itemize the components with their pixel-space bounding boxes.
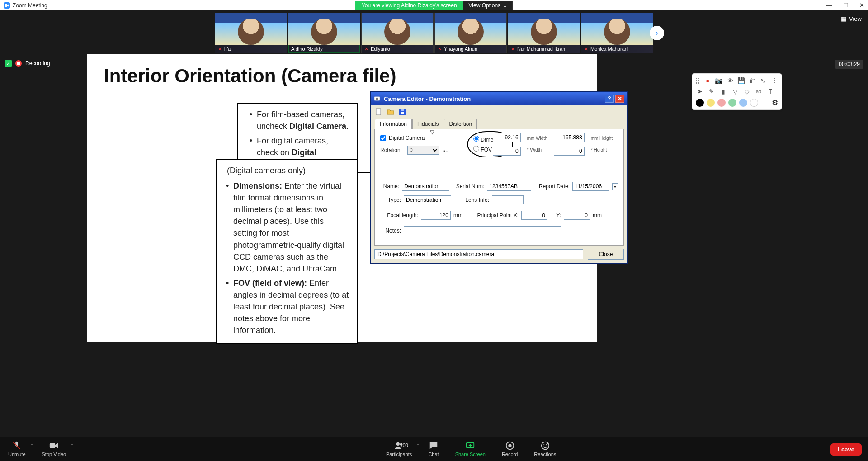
text-tool-icon[interactable]: T: [766, 87, 774, 95]
chat-button[interactable]: Chat: [420, 441, 447, 457]
width-deg-input[interactable]: [493, 147, 521, 156]
close-window-button[interactable]: ✕: [859, 2, 864, 9]
drag-handle-icon[interactable]: [696, 78, 699, 84]
highlighter-icon[interactable]: ▮: [719, 87, 727, 95]
annotation-settings-icon[interactable]: ⚙: [772, 98, 778, 107]
open-file-icon[interactable]: [387, 108, 395, 116]
participant-name: Monica Maharani: [590, 46, 628, 52]
type-input[interactable]: [404, 195, 451, 204]
record-dot-icon[interactable]: ●: [704, 76, 711, 85]
report-date-input[interactable]: [572, 182, 609, 191]
ppy-label: Y:: [550, 212, 561, 219]
trash-icon[interactable]: 🗑: [749, 76, 756, 85]
ppx-label: Principal Point X:: [465, 212, 519, 219]
more-menu-icon[interactable]: ⋮: [771, 76, 778, 85]
maximize-button[interactable]: ☐: [843, 2, 849, 9]
muted-mic-icon: ✕: [364, 46, 368, 52]
new-file-icon[interactable]: [375, 108, 383, 116]
participant-name: Ediyanto .: [371, 46, 393, 52]
digital-camera-checkbox[interactable]: [380, 135, 386, 141]
camera-editor-dialog: Camera Editor - Demonstration ? ✕ Inform…: [370, 91, 628, 264]
dialog-close-button[interactable]: ✕: [615, 95, 624, 103]
chat-label: Chat: [428, 451, 439, 457]
participant-thumbnail[interactable]: ✕ Yhayang Ainun: [434, 13, 507, 53]
participants-options-chevron[interactable]: ˄: [417, 443, 419, 448]
svg-rect-5: [401, 112, 404, 114]
unit-deg-height: ° Height: [591, 148, 607, 153]
participant-thumbnail[interactable]: ✕ Ediyanto .: [361, 13, 434, 53]
reactions-label: Reactions: [534, 451, 556, 457]
color-swatch[interactable]: [707, 99, 715, 107]
view-options-dropdown[interactable]: View Options ⌄: [463, 1, 513, 10]
height-mm-input[interactable]: [554, 133, 585, 142]
notes-input[interactable]: [404, 226, 561, 235]
save-file-icon[interactable]: [398, 108, 406, 116]
color-swatch[interactable]: [750, 99, 758, 107]
participant-name: ilfa: [224, 46, 231, 52]
focal-unit: mm: [453, 212, 462, 219]
serial-input[interactable]: [487, 182, 531, 191]
pen-tool-icon[interactable]: ✎: [708, 87, 716, 95]
rotation-select[interactable]: 0: [407, 146, 439, 155]
color-swatch[interactable]: [739, 99, 747, 107]
name-input[interactable]: [402, 182, 449, 191]
dialog-body: ▽ Digital Camera Rotation: 0 ↳ₓ Dimensio…: [374, 129, 624, 246]
color-swatch[interactable]: [696, 99, 704, 107]
stop-video-button[interactable]: Stop Video ˄: [34, 441, 75, 457]
microphone-muted-icon: [12, 441, 22, 451]
next-participants-button[interactable]: ›: [650, 26, 664, 40]
recording-indicator: ✓ Recording: [5, 60, 50, 67]
reactions-button[interactable]: Reactions: [526, 441, 564, 457]
color-swatch[interactable]: [728, 99, 736, 107]
eraser-tool-icon[interactable]: ◇: [743, 87, 751, 95]
audio-options-chevron[interactable]: ˄: [31, 443, 33, 448]
save-icon[interactable]: 💾: [737, 76, 745, 85]
close-button[interactable]: Close: [588, 249, 624, 260]
ppy-input[interactable]: [564, 211, 590, 220]
unmute-button[interactable]: Unmute ˄: [0, 441, 34, 457]
color-swatch[interactable]: [717, 99, 726, 107]
rotation-label: Rotation:: [380, 147, 405, 153]
date-picker-icon[interactable]: ▾: [612, 183, 618, 190]
share-screen-button[interactable]: Share Screen: [447, 441, 494, 457]
lens-input[interactable]: [492, 195, 524, 204]
name-label: Name:: [380, 183, 399, 190]
camera-snapshot-icon[interactable]: 📷: [715, 76, 722, 85]
participant-name: Yhayang Ainun: [444, 46, 477, 52]
participant-thumbnail[interactable]: Aldino Rizaldy: [288, 13, 360, 53]
reactions-icon: [540, 441, 550, 451]
participant-thumbnail[interactable]: ✕ Nur Muhammad Ikram: [508, 13, 580, 53]
participant-name: Nur Muhammad Ikram: [517, 46, 566, 52]
pointer-tool-icon[interactable]: ➤: [696, 87, 704, 95]
minimize-button[interactable]: —: [826, 2, 832, 9]
participants-button[interactable]: 100 Participants ˄: [378, 441, 420, 457]
height-deg-input[interactable]: [554, 147, 585, 156]
annotation-toolbar[interactable]: ● 📷 👁 💾 🗑 ⤡ ⋮ ➤ ✎ ▮ ▽ ◇ ab T ⚙: [692, 73, 782, 110]
collapse-icon[interactable]: ⤡: [760, 76, 767, 85]
stop-recording-button[interactable]: [15, 60, 22, 67]
chat-icon: [429, 441, 439, 451]
record-button[interactable]: Record: [494, 441, 526, 457]
share-screen-icon: [465, 441, 475, 451]
stamp-tool-icon[interactable]: ▽: [731, 87, 739, 95]
tab-information[interactable]: Information: [375, 119, 412, 129]
svg-point-8: [396, 442, 399, 446]
svg-point-2: [376, 98, 378, 100]
video-options-chevron[interactable]: ˄: [71, 443, 73, 448]
dialog-help-button[interactable]: ?: [605, 95, 614, 103]
ppx-input[interactable]: [521, 211, 547, 220]
leave-meeting-button[interactable]: Leave: [830, 443, 862, 456]
tab-distortion[interactable]: Distortion: [444, 119, 477, 129]
participant-thumbnail[interactable]: ✕ ilfa: [215, 13, 287, 53]
rotation-axis-icon[interactable]: ↳ₓ: [442, 147, 448, 153]
type-label: Type:: [380, 197, 401, 203]
eye-icon[interactable]: 👁: [726, 76, 733, 85]
text-label-icon[interactable]: ab: [755, 87, 763, 95]
muted-mic-icon: ✕: [511, 46, 515, 52]
focal-input[interactable]: [421, 211, 451, 220]
tab-fiducials[interactable]: Fiducials: [412, 119, 443, 129]
width-mm-input[interactable]: [493, 133, 521, 142]
encryption-shield-icon[interactable]: ✓: [5, 60, 12, 67]
elapsed-timer: 00:03:29: [835, 60, 863, 69]
participant-thumbnail[interactable]: ✕ Monica Maharani: [581, 13, 653, 53]
